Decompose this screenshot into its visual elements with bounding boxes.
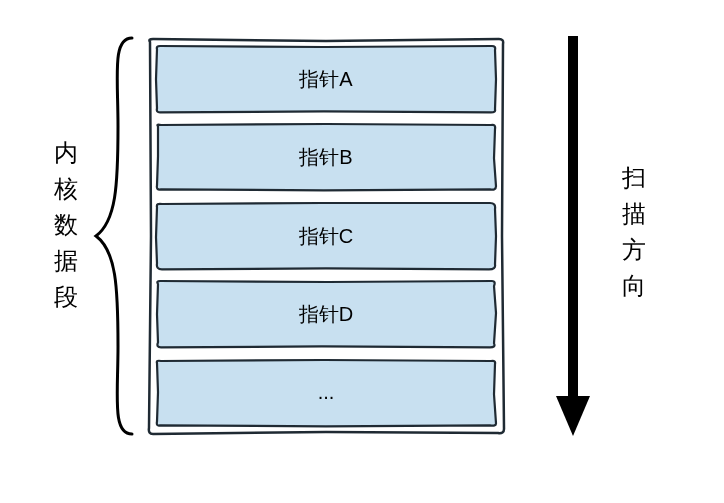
down-arrow-icon [556,36,590,436]
stack-cell: ... [154,358,498,428]
right-label: 扫描方向 [620,160,648,304]
pointer-stack: 指针A 指针B 指针C 指针D [146,36,506,436]
svg-marker-1 [556,396,590,436]
left-label: 内核数据段 [52,135,80,315]
diagram-canvas: 内核数据段 指针A 指针B [0,0,724,503]
stack-cell: 指针D [154,279,498,349]
stack-cell: 指针A [154,44,498,114]
stack-cell: 指针C [154,201,498,271]
stack-cell: 指针B [154,122,498,192]
stack-cell-label: ... [318,381,335,404]
stack-cell-label: 指针B [299,144,352,171]
stack-cell-label: 指针A [299,66,352,93]
svg-rect-0 [568,36,578,406]
curly-brace-icon [92,36,136,436]
stack-cell-label: 指针D [299,301,353,328]
stack-cell-label: 指针C [299,223,353,250]
